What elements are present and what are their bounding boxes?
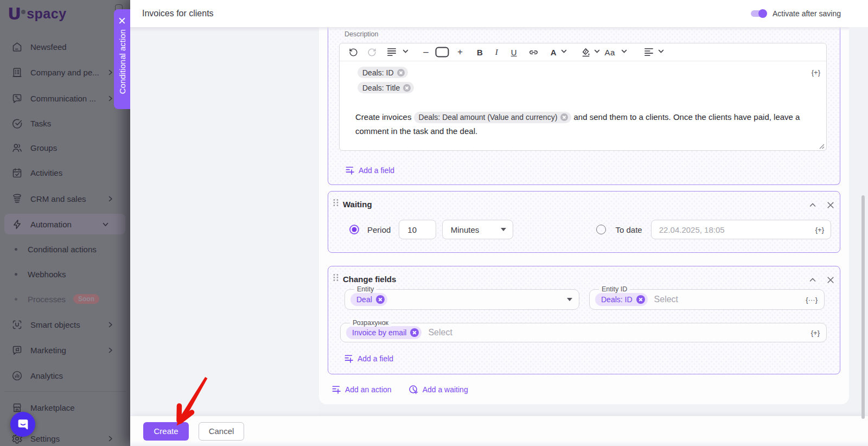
chevron-down-icon <box>593 47 601 57</box>
calc-select[interactable]: Розрахунок Invoice by email Select {+} <box>340 323 827 342</box>
remove-chip-icon[interactable] <box>403 84 411 92</box>
close-tab-icon[interactable] <box>118 17 126 24</box>
close-icon[interactable] <box>827 201 834 209</box>
calc-chip: Invoice by email <box>346 326 422 339</box>
collapse-icon[interactable] <box>809 276 816 284</box>
close-icon[interactable] <box>827 276 834 284</box>
remove-chip-icon[interactable] <box>560 113 568 121</box>
entity-id-select[interactable]: Entity ID Deals: ID Select {···} <box>589 289 825 310</box>
chat-launcher-button[interactable] <box>10 412 35 437</box>
sidebar-item-automation[interactable]: Automation <box>4 214 125 234</box>
actions-panel: Description <box>319 27 849 404</box>
description-paragraph: Create invoices Deals: Deal amount (Valu… <box>355 110 809 138</box>
editor-content[interactable]: Deals: ID Deals: Title Create invoices D… <box>340 61 826 151</box>
create-button[interactable]: Create <box>143 422 189 441</box>
change-fields-card: Change fields Entity Deal Entity ID Deal <box>328 266 840 374</box>
conditional-action-tab[interactable]: Conditional action <box>114 9 130 109</box>
unit-select-value: Minutes <box>451 225 480 234</box>
collapse-icon[interactable] <box>809 201 816 209</box>
link-icon[interactable] <box>528 45 539 59</box>
field-chip: Deals: ID <box>358 67 408 78</box>
conditions-panel <box>130 27 319 416</box>
to-date-label: To date <box>615 225 642 234</box>
align-icon[interactable] <box>644 45 654 59</box>
highlight-icon[interactable] <box>580 45 591 59</box>
chevron-down-icon <box>621 47 628 57</box>
sidebar: U spacy NewsfeedCompany and pe...Communi… <box>0 0 130 446</box>
add-field-button[interactable]: Add a field <box>344 354 831 363</box>
bold-icon[interactable]: B <box>477 45 483 59</box>
to-date-radio[interactable] <box>596 225 606 234</box>
waiting-card: Waiting Period 10 Minutes To date <box>328 191 840 253</box>
date-placeholder-text: 22.04.2025, 18:05 <box>659 225 725 234</box>
drawer-title: Invoices for clients <box>142 9 214 18</box>
chip-label: Deals: Deal amount (Value and currency) <box>419 110 558 124</box>
insert-field-token[interactable]: {+} <box>815 226 824 234</box>
drawer-body: Description <box>130 27 868 416</box>
to-date-input[interactable]: 22.04.2025, 18:05 {+} <box>651 220 831 239</box>
chip-label: Deal <box>356 295 372 304</box>
description-card: Description <box>328 27 840 185</box>
chevron-down-icon <box>402 47 409 57</box>
side-tab-label: Conditional action <box>118 29 127 94</box>
sidebar-item-label: Automation <box>30 220 102 229</box>
activate-toggle[interactable] <box>751 8 767 20</box>
insert-field-token[interactable]: {+} <box>811 329 820 337</box>
period-value-input[interactable]: 10 <box>399 220 436 239</box>
add-action-label: Add an action <box>345 385 392 394</box>
insert-field-token[interactable]: {+} <box>812 68 820 77</box>
remove-chip-icon[interactable] <box>376 295 385 304</box>
caret-down-icon <box>567 298 572 301</box>
entity-label: Entity <box>354 285 376 293</box>
description-label: Description <box>344 30 827 39</box>
add-field-label: Add a field <box>359 166 394 175</box>
entity-id-label: Entity ID <box>599 285 630 293</box>
remove-chip-icon[interactable] <box>410 328 419 337</box>
font-size-minus[interactable]: – <box>422 45 430 59</box>
text-color-icon[interactable]: A <box>551 45 557 59</box>
undo-icon[interactable] <box>346 45 360 59</box>
font-size-box[interactable] <box>435 45 449 59</box>
add-field-label: Add a field <box>358 354 393 363</box>
chip-label: Deals: ID <box>601 295 633 304</box>
insert-field-token[interactable]: {···} <box>806 296 818 304</box>
paragraph-text: Create invoices <box>355 112 411 122</box>
select-placeholder: Select <box>654 295 678 304</box>
entity-select[interactable]: Entity Deal <box>344 289 579 310</box>
chip-label: Deals: Title <box>362 84 400 92</box>
chip-label: Deals: ID <box>362 68 394 77</box>
remove-chip-icon[interactable] <box>636 295 645 304</box>
drag-handle-icon[interactable] <box>333 199 339 207</box>
italic-icon[interactable]: I <box>495 45 498 59</box>
scrollbar-thumb[interactable] <box>861 195 865 419</box>
cancel-button[interactable]: Cancel <box>199 422 244 441</box>
field-chip: Deals: Deal amount (Value and currency) <box>414 112 572 123</box>
rich-text-editor[interactable]: – + B I U A <box>339 43 827 151</box>
line-height-icon[interactable] <box>387 45 397 59</box>
remove-chip-icon[interactable] <box>397 69 405 77</box>
add-waiting-button[interactable]: Add a waiting <box>409 385 468 394</box>
period-radio[interactable] <box>349 225 359 234</box>
add-field-button[interactable]: Add a field <box>346 166 827 175</box>
drag-handle-icon[interactable] <box>333 273 339 282</box>
change-fields-title: Change fields <box>343 275 396 284</box>
redo-icon[interactable] <box>365 45 379 59</box>
text-case-icon[interactable]: Aa <box>605 45 615 59</box>
underline-icon[interactable]: U <box>511 45 517 59</box>
font-size-plus[interactable]: + <box>456 45 464 59</box>
chevron-down-icon <box>102 221 109 228</box>
editor-toolbar: – + B I U A <box>340 43 826 61</box>
period-unit-select[interactable]: Minutes <box>442 220 514 239</box>
chat-bubble-icon <box>16 418 30 431</box>
add-action-button[interactable]: Add an action <box>332 385 392 394</box>
entity-chip: Deal <box>350 293 387 306</box>
add-field-icon <box>346 166 354 175</box>
period-label: Period <box>367 225 391 234</box>
caret-down-icon <box>501 228 506 231</box>
add-action-icon <box>332 385 341 394</box>
entity-id-chip: Deals: ID <box>595 293 648 306</box>
activate-toggle-label: Activate after saving <box>773 9 841 18</box>
calc-label: Розрахунок <box>350 319 391 327</box>
resize-handle-icon[interactable] <box>819 144 825 149</box>
soon-badge: Soon <box>73 294 99 304</box>
